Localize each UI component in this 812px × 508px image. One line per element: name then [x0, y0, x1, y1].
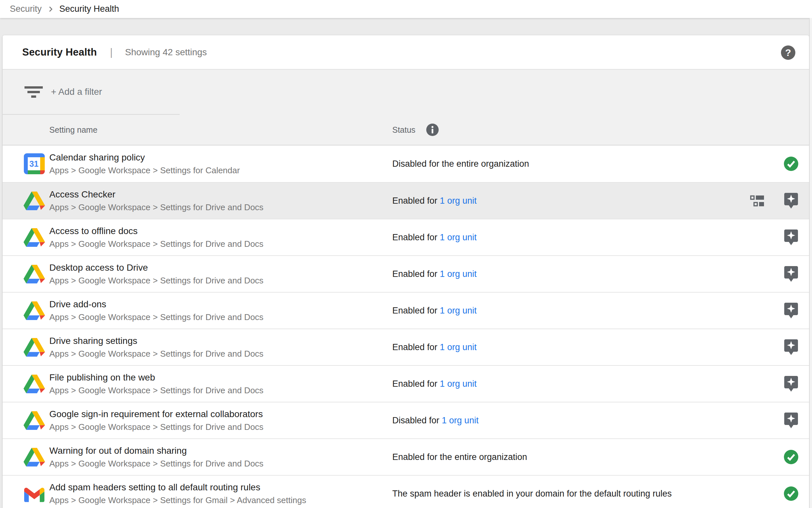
scrollbar[interactable] [809, 18, 812, 508]
setting-info: Warning for out of domain sharing Apps >… [49, 446, 264, 468]
setting-path: Apps > Google Workspace > Settings for D… [49, 422, 264, 432]
table-row[interactable]: Desktop access to Drive Apps > Google Wo… [3, 255, 809, 292]
setting-info: Desktop access to Drive Apps > Google Wo… [49, 262, 264, 285]
org-unit-link[interactable]: 1 org unit [440, 232, 477, 242]
table-row[interactable]: File publishing on the web Apps > Google… [3, 365, 809, 402]
setting-status: Enabled for the entire organization [392, 452, 527, 462]
add-filter-button[interactable]: + Add a filter [51, 87, 102, 97]
setting-info: Access to offline docs Apps > Google Wor… [49, 226, 264, 249]
setting-status: Enabled for 1 org unit [392, 269, 477, 279]
breadcrumb: Security Security Health [0, 0, 812, 18]
setting-path: Apps > Google Workspace > Settings for D… [49, 312, 264, 322]
org-unit-link[interactable]: 1 org unit [440, 342, 477, 352]
setting-info: Add spam headers setting to all default … [49, 482, 306, 505]
table-row[interactable]: 31 Calendar sharing policy Apps > Google… [3, 145, 809, 182]
setting-name: Calendar sharing policy [49, 152, 240, 163]
recommendation-icon[interactable] [783, 192, 799, 209]
setting-name: Access to offline docs [49, 226, 264, 236]
setting-status: Enabled for 1 org unit [392, 232, 477, 243]
setting-status: Enabled for 1 org unit [392, 379, 477, 389]
setting-path: Apps > Google Workspace > Settings for D… [49, 459, 264, 468]
page-title: Security Health [22, 46, 97, 58]
table-header: Setting name Status [3, 115, 809, 145]
setting-status: The spam header is enabled in your domai… [392, 489, 672, 499]
status-ok-icon [783, 485, 799, 502]
table-row[interactable]: Add spam headers setting to all default … [3, 475, 809, 508]
org-unit-link[interactable]: 1 org unit [440, 196, 477, 206]
filter-and-columns-band: + Add a filter Setting name Status [3, 70, 809, 145]
org-unit-link[interactable]: 1 org unit [442, 416, 479, 425]
chevron-right-icon [46, 5, 55, 13]
table-row[interactable]: Access Checker Apps > Google Workspace >… [3, 182, 809, 219]
setting-status: Enabled for 1 org unit [392, 306, 477, 316]
card-header: Security Health | Showing 42 settings ? [3, 35, 809, 70]
drive-app-icon [23, 263, 45, 285]
recommendation-icon[interactable] [783, 339, 799, 356]
title-divider: | [110, 46, 113, 58]
settings-count: Showing 42 settings [125, 47, 207, 57]
table-row[interactable]: Drive add-ons Apps > Google Workspace > … [3, 292, 809, 329]
recommendation-icon[interactable] [783, 375, 799, 392]
recommendation-icon[interactable] [783, 265, 799, 283]
setting-status: Enabled for 1 org unit [392, 342, 477, 352]
setting-path: Apps > Google Workspace > Settings for D… [49, 276, 264, 285]
security-health-card: Security Health | Showing 42 settings ? … [3, 35, 809, 508]
setting-info: Access Checker Apps > Google Workspace >… [49, 189, 264, 212]
setting-path: Apps > Google Workspace > Settings for D… [49, 349, 264, 358]
drive-app-icon [23, 373, 45, 394]
setting-info: File publishing on the web Apps > Google… [49, 372, 264, 395]
setting-name: File publishing on the web [49, 372, 264, 383]
setting-name: Drive sharing settings [49, 336, 264, 346]
drive-app-icon [23, 300, 45, 321]
help-icon[interactable]: ? [781, 45, 796, 60]
column-header-status: Status [392, 125, 416, 135]
drive-app-icon [23, 336, 45, 358]
org-units-icon[interactable] [750, 194, 765, 207]
gmail-app-icon [23, 483, 45, 504]
setting-path: Apps > Google Workspace > Settings for D… [49, 239, 264, 249]
setting-name: Google sign-in requirement for external … [49, 409, 264, 419]
org-unit-link[interactable]: 1 org unit [440, 379, 477, 389]
recommendation-icon[interactable] [783, 229, 799, 246]
setting-name: Add spam headers setting to all default … [49, 482, 306, 493]
status-ok-icon [783, 449, 799, 466]
status-ok-icon [783, 155, 799, 172]
setting-name: Drive add-ons [49, 299, 264, 309]
breadcrumb-parent-link[interactable]: Security [10, 4, 42, 14]
filter-icon[interactable] [23, 85, 44, 99]
setting-info: Drive add-ons Apps > Google Workspace > … [49, 299, 264, 322]
calendar-app-icon: 31 [23, 153, 45, 175]
setting-name: Desktop access to Drive [49, 262, 264, 273]
drive-app-icon [23, 410, 45, 431]
setting-status: Enabled for 1 org unit [392, 196, 477, 206]
drive-app-icon [23, 226, 45, 248]
svg-text:?: ? [785, 47, 791, 58]
setting-info: Google sign-in requirement for external … [49, 409, 264, 432]
table-row[interactable]: Drive sharing settings Apps > Google Wor… [3, 329, 809, 365]
table-row[interactable]: Google sign-in requirement for external … [3, 402, 809, 438]
recommendation-icon[interactable] [783, 302, 799, 319]
column-header-setting-name: Setting name [49, 125, 97, 135]
setting-info: Drive sharing settings Apps > Google Wor… [49, 336, 264, 358]
setting-info: Calendar sharing policy Apps > Google Wo… [49, 152, 240, 175]
setting-path: Apps > Google Workspace > Settings for D… [49, 203, 264, 212]
setting-status: Disabled for the entire organization [392, 159, 529, 169]
table-row[interactable]: Access to offline docs Apps > Google Wor… [3, 219, 809, 255]
setting-name: Warning for out of domain sharing [49, 446, 264, 456]
setting-name: Access Checker [49, 189, 264, 200]
org-unit-link[interactable]: 1 org unit [440, 306, 477, 315]
info-icon[interactable] [426, 123, 439, 136]
org-unit-link[interactable]: 1 org unit [440, 269, 477, 279]
setting-path: Apps > Google Workspace > Settings for G… [49, 496, 306, 505]
setting-path: Apps > Google Workspace > Settings for D… [49, 386, 264, 395]
filter-bar: + Add a filter [3, 70, 809, 114]
breadcrumb-current: Security Health [59, 4, 119, 14]
recommendation-icon[interactable] [783, 412, 799, 429]
setting-status: Disabled for 1 org unit [392, 416, 479, 426]
setting-path: Apps > Google Workspace > Settings for C… [49, 166, 240, 175]
table-row[interactable]: Warning for out of domain sharing Apps >… [3, 438, 809, 475]
settings-rows: 31 Calendar sharing policy Apps > Google… [3, 145, 809, 508]
drive-app-icon [23, 190, 45, 212]
drive-app-icon [23, 446, 45, 468]
svg-text:31: 31 [30, 159, 39, 168]
